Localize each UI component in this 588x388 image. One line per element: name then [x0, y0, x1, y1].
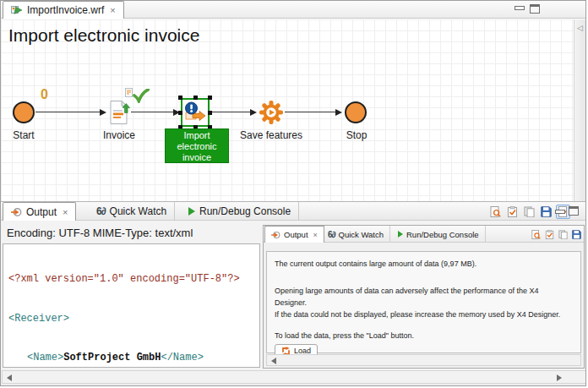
- edge-save-stop: [285, 112, 337, 112]
- scroll-left-icon[interactable]: [7, 374, 12, 381]
- tab-output-label: Output: [284, 230, 308, 239]
- close-icon[interactable]: ×: [110, 5, 115, 15]
- node-save-label: Save features: [231, 129, 312, 141]
- status-strip: [1, 384, 586, 386]
- xml-tag: <Receiver>: [8, 313, 69, 325]
- xml-line: <?xml version="1.0" encoding="UTF-8"?>: [8, 273, 254, 287]
- node-start-label: Start: [3, 129, 45, 141]
- copy-check-clipboard-icon[interactable]: [543, 228, 555, 240]
- copy-icon[interactable]: [522, 205, 536, 219]
- copy-icon[interactable]: [557, 228, 569, 240]
- tab-quick-watch-label: Quick Watch: [110, 205, 167, 217]
- scroll-left-icon[interactable]: [271, 358, 276, 364]
- selection-handle[interactable]: [208, 111, 212, 115]
- find-in-output-icon[interactable]: [530, 228, 542, 240]
- selection-handle[interactable]: [178, 111, 182, 115]
- edge-start-invoice: [35, 112, 101, 112]
- node-import-selected[interactable]: [181, 98, 210, 127]
- editor-tab-importinvoice[interactable]: ImportInvoice.wrf ×: [3, 1, 124, 19]
- checkmark-icon: [133, 89, 150, 103]
- node-invoice document-icon[interactable]: [108, 100, 130, 125]
- import-label-line: Import: [166, 130, 228, 141]
- xml-output-view[interactable]: <?xml version="1.0" encoding="UTF-8"?> <…: [3, 243, 260, 368]
- copy-check-clipboard-icon[interactable]: [505, 205, 520, 219]
- message-line: If the data could not be displayed, plea…: [275, 309, 573, 320]
- green-play-icon: [398, 231, 403, 238]
- node-save-features gear-icon[interactable]: [259, 100, 284, 125]
- save-icon[interactable]: [570, 228, 582, 240]
- encoding-status: Encoding: UTF-8 MIME-Type: text/xml: [7, 227, 193, 239]
- tab-output[interactable]: Output ×: [264, 226, 324, 243]
- node-invoice-label: Invoice: [94, 129, 144, 141]
- collapse-left-icon[interactable]: ◁: [577, 24, 583, 32]
- tab-output-label: Output: [26, 206, 57, 218]
- editor-tab-label: ImportInvoice.wrf: [27, 4, 104, 16]
- workflow-file-icon: [11, 5, 23, 15]
- tab-console-label: Run/Debug Console: [406, 230, 479, 239]
- editor-tab-bar: ImportInvoice.wrf ×: [1, 1, 585, 19]
- edge-import-save: [211, 112, 252, 112]
- output-view: Output × 6∂ Quick Watch Run/Debug Consol…: [1, 201, 586, 386]
- find-in-output-icon[interactable]: [488, 205, 503, 219]
- selection-handle[interactable]: [178, 96, 182, 100]
- minimize-icon[interactable]: [555, 210, 565, 214]
- output-view-tab-bar: Output × 6∂ Quick Watch Run/Debug Consol…: [1, 202, 586, 221]
- tab-output[interactable]: Output ×: [3, 202, 76, 221]
- message-line: To load the data, press the "Load" butto…: [275, 331, 573, 342]
- large-output-message: The current output contains large amount…: [266, 251, 581, 353]
- glasses-icon: 6∂: [96, 205, 106, 217]
- nested-tab-bar: Output × 6∂ Quick Watch Run/Debug Consol…: [264, 226, 584, 243]
- selection-handle[interactable]: [208, 96, 212, 100]
- close-icon[interactable]: ×: [63, 207, 68, 217]
- nested-horizontal-scrollbar[interactable]: [266, 354, 581, 366]
- green-play-icon: [188, 207, 195, 216]
- message-line: Opening large amounts of data can advers…: [275, 285, 573, 309]
- palette-collapsed-strip[interactable]: ◁: [574, 19, 586, 201]
- edge-invoice-import: [131, 112, 175, 112]
- output-arrow-circle-icon: [11, 207, 22, 217]
- nested-output-panel: Output × 6∂ Quick Watch Run/Debug Consol…: [263, 225, 585, 369]
- horizontal-scrollbar[interactable]: [2, 370, 586, 384]
- maximize-icon[interactable]: [569, 206, 579, 216]
- scroll-right-icon[interactable]: [557, 374, 562, 381]
- node-start[interactable]: [13, 101, 35, 123]
- tab-quick-watch[interactable]: 6∂ Quick Watch: [322, 226, 390, 243]
- mini-document-icon: [125, 88, 133, 97]
- tab-quick-watch-label: Quick Watch: [339, 230, 384, 239]
- arrowhead-icon: [250, 109, 257, 116]
- xml-line: <Name>SoftProject GmbH</Name>: [8, 352, 254, 365]
- workflow-canvas[interactable]: Import electronic invoice 0 Start: [1, 19, 586, 201]
- edge-counter-badge: 0: [41, 87, 48, 102]
- node-import-label: Import electronic invoice: [165, 128, 229, 163]
- glasses-icon: 6∂: [328, 230, 335, 239]
- tab-console-label: Run/Debug Console: [199, 205, 291, 217]
- maximize-icon[interactable]: [530, 4, 540, 14]
- selection-handle[interactable]: [193, 96, 198, 100]
- arrowhead-icon: [100, 109, 106, 116]
- close-icon[interactable]: ×: [313, 231, 318, 239]
- nested-toolbar: [530, 228, 582, 240]
- xml-line: <Receiver>: [8, 313, 254, 326]
- xml-declaration: <?xml version="1.0" encoding="UTF-8"?>: [8, 273, 240, 285]
- message-line: The current output contains large amount…: [275, 259, 573, 270]
- tab-quick-watch[interactable]: 6∂ Quick Watch: [89, 202, 175, 221]
- xml-tag: <Name>: [27, 352, 63, 363]
- arrowhead-icon: [335, 109, 342, 116]
- output-arrow-circle-icon: [271, 231, 280, 239]
- node-stop-label: Stop: [335, 129, 378, 141]
- node-stop[interactable]: [345, 101, 367, 123]
- xml-tag: </Name>: [161, 352, 203, 363]
- import-service-icon: [184, 101, 206, 123]
- save-icon[interactable]: [539, 205, 553, 219]
- import-label-line: electronic: [166, 141, 228, 152]
- minimize-icon[interactable]: [514, 6, 525, 10]
- x4-designer-window: ImportInvoice.wrf × Import electronic in…: [0, 0, 586, 386]
- tab-run-debug-console[interactable]: Run/Debug Console: [392, 226, 486, 243]
- workflow-title: Import electronic invoice: [8, 25, 199, 46]
- tab-run-debug-console[interactable]: Run/Debug Console: [181, 202, 299, 221]
- import-label-line: invoice: [166, 152, 228, 163]
- xml-value: SoftProject GmbH: [63, 352, 161, 363]
